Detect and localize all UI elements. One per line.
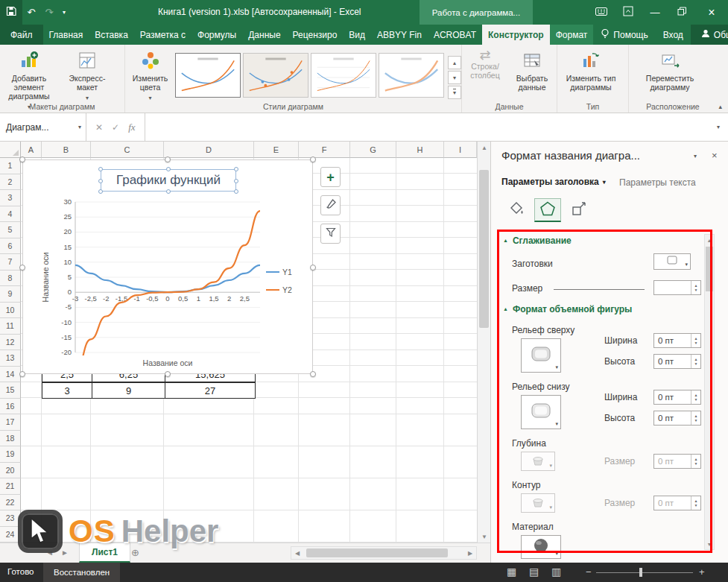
- recovered-button[interactable]: Восстановлен: [43, 563, 120, 582]
- row-header-18[interactable]: 18: [0, 431, 21, 447]
- bevel-top-height-spinner[interactable]: 0 пт▲▼: [653, 354, 701, 369]
- spinner-arrows[interactable]: ▲▼: [691, 334, 700, 347]
- contour-color-dropdown[interactable]: ▾: [521, 493, 555, 513]
- chart-resize-handle[interactable]: [310, 265, 316, 271]
- formula-input[interactable]: [145, 113, 709, 141]
- scroll-down-button[interactable]: ▼: [478, 531, 491, 543]
- horizontal-scroll-thumb[interactable]: [306, 548, 448, 557]
- contextual-tab-header[interactable]: Работа с диаграмма...: [420, 0, 533, 25]
- save-button[interactable]: [0, 0, 22, 25]
- zoom-in-button[interactable]: +: [699, 566, 705, 578]
- title-handle[interactable]: [234, 167, 238, 171]
- ribbon-tab-acrobat[interactable]: ACROBAT: [428, 25, 482, 45]
- contour-size-spinner[interactable]: 0 пт▲▼: [653, 496, 701, 510]
- zoom-slider-track[interactable]: [596, 572, 693, 573]
- scroll-up-button[interactable]: ▲: [478, 142, 491, 154]
- scroll-right-button[interactable]: ▶: [464, 547, 476, 559]
- row-header-12[interactable]: 12: [0, 335, 21, 351]
- ribbon-tab-главная[interactable]: Главная: [43, 25, 89, 45]
- close-button[interactable]: ×: [695, 0, 728, 25]
- minimize-button[interactable]: —: [642, 0, 668, 25]
- row-header-8[interactable]: 8: [0, 271, 21, 287]
- ribbon-tab-abbyy-fin[interactable]: ABBYY Fin: [371, 25, 428, 45]
- bevel-top-dropdown[interactable]: ▾: [521, 338, 561, 373]
- column-header-G[interactable]: G: [350, 142, 396, 158]
- chart-resize-handle[interactable]: [165, 371, 171, 377]
- size-properties-tab[interactable]: [566, 198, 592, 222]
- row-header-7[interactable]: 7: [0, 254, 21, 271]
- gallery-more-button[interactable]: ▾: [448, 86, 461, 99]
- scroll-left-button[interactable]: ◀: [291, 547, 303, 559]
- bevel-bottom-width-spinner[interactable]: 0 пт▲▼: [653, 390, 701, 405]
- row-header-11[interactable]: 11: [0, 318, 21, 335]
- title-options-tab[interactable]: Параметры заголовка ▾: [501, 177, 606, 187]
- title-handle[interactable]: [166, 189, 171, 194]
- chart-resize-handle[interactable]: [310, 156, 316, 162]
- qat-customize-button[interactable]: ▾: [58, 0, 70, 25]
- page-layout-view-button[interactable]: ▤: [529, 566, 539, 578]
- row-header-10[interactable]: 10: [0, 303, 21, 319]
- row-header-9[interactable]: 9: [0, 286, 21, 303]
- title-handle[interactable]: [234, 189, 238, 194]
- title-handle[interactable]: [166, 167, 171, 171]
- fill-line-tab[interactable]: [503, 198, 530, 222]
- ribbon-tab-вид[interactable]: Вид: [343, 25, 371, 45]
- column-header-B[interactable]: B: [42, 142, 91, 158]
- row-header-20[interactable]: 20: [0, 463, 21, 479]
- row-header-13[interactable]: 13: [0, 350, 21, 367]
- chart-object[interactable]: -20-15-10-5051015202530-3-2,5-2-1,5-1-0,…: [22, 159, 313, 374]
- gallery-down-button[interactable]: ▾: [448, 71, 461, 84]
- ribbon-tab-файл[interactable]: Файл: [0, 25, 43, 45]
- page-break-view-button[interactable]: ▥: [551, 566, 561, 578]
- spinner-arrows[interactable]: ▲▼: [691, 281, 700, 294]
- chart-elements-button[interactable]: +: [320, 167, 341, 187]
- ribbon-tab-конструктор[interactable]: Конструктор: [482, 25, 550, 45]
- title-handle[interactable]: [98, 179, 103, 183]
- row-header-15[interactable]: 15: [0, 382, 21, 399]
- cancel-icon[interactable]: ✕: [95, 122, 103, 133]
- pane-scrollbar[interactable]: ▲ ▼: [704, 234, 715, 550]
- chart-style-4[interactable]: [379, 53, 444, 98]
- table-cell[interactable]: 27: [165, 383, 255, 398]
- row-header-5[interactable]: 5: [0, 222, 21, 238]
- ribbon-tab-формулы[interactable]: Формулы: [192, 25, 242, 45]
- ribbon-tab-данные[interactable]: Данные: [242, 25, 286, 45]
- insert-function-icon[interactable]: fx: [128, 121, 135, 133]
- table-cell[interactable]: 9: [92, 383, 165, 398]
- collapse-ribbon-button[interactable]: ▴: [718, 103, 722, 110]
- share-button[interactable]: Общий доступ: [691, 25, 728, 45]
- redo-button[interactable]: ↷: [40, 0, 58, 25]
- effects-tab[interactable]: [534, 198, 561, 222]
- zoom-slider-thumb[interactable]: [639, 568, 642, 577]
- bevel-bottom-dropdown[interactable]: ▾: [521, 395, 561, 429]
- help-button[interactable]: Помощь: [593, 25, 655, 45]
- column-header-C[interactable]: C: [91, 142, 164, 158]
- ribbon-tab-рецензиро[interactable]: Рецензиро: [287, 25, 344, 45]
- switch-row-column-button[interactable]: ⇄ Строка/ столбец: [462, 47, 508, 101]
- row-header-19[interactable]: 19: [0, 446, 21, 463]
- table-row-15[interactable]: 3927: [42, 382, 256, 399]
- pane-options-caret-icon[interactable]: ▾: [694, 153, 697, 159]
- zoom-out-button[interactable]: −: [586, 566, 592, 578]
- row-header-4[interactable]: 4: [0, 206, 21, 223]
- smoothing-section-header[interactable]: ▲Сглаживание: [503, 235, 572, 246]
- presets-dropdown[interactable]: ▾: [653, 253, 691, 270]
- vertical-scroll-thumb[interactable]: [479, 170, 489, 328]
- table-cell[interactable]: 3: [42, 383, 92, 398]
- restore-button[interactable]: [668, 0, 695, 25]
- spinner-arrows[interactable]: ▲▼: [691, 390, 700, 404]
- sign-in-button[interactable]: Вход: [656, 25, 691, 45]
- vertical-scrollbar[interactable]: ▲ ▼: [477, 142, 490, 543]
- row-header-2[interactable]: 2: [0, 174, 21, 191]
- smoothing-size-spinner[interactable]: ▲▼: [653, 280, 701, 295]
- title-handle[interactable]: [234, 179, 238, 183]
- select-all-corner[interactable]: [0, 142, 21, 158]
- formula-bar-expand-button[interactable]: ▾: [709, 113, 728, 141]
- ribbon-tab-разметка-с[interactable]: Разметка с: [134, 25, 192, 45]
- pane-scroll-up-button[interactable]: ▲: [705, 235, 714, 245]
- material-dropdown[interactable]: ▾: [521, 535, 561, 559]
- column-header-H[interactable]: H: [396, 142, 444, 158]
- row-header-21[interactable]: 21: [0, 478, 21, 495]
- change-colors-button[interactable]: Изменить цвета ▾: [125, 47, 175, 101]
- select-data-button[interactable]: Выбрать данные: [508, 47, 556, 101]
